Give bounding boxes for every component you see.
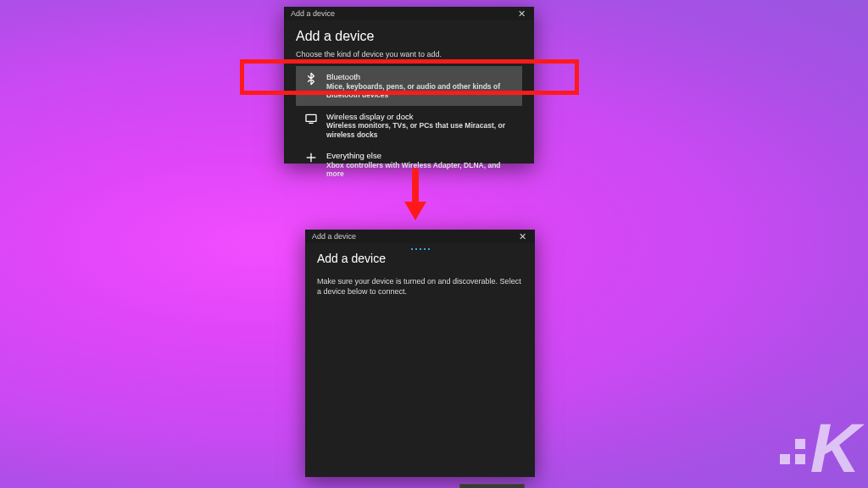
dialog-subheading: Choose the kind of device you want to ad… [296, 49, 522, 59]
wireless-display-icon [304, 112, 318, 125]
option-bluetooth[interactable]: Bluetooth Mice, keyboards, pens, or audi… [296, 66, 522, 106]
option-desc: Wireless monitors, TVs, or PCs that use … [326, 121, 514, 139]
loading-dots [411, 248, 430, 250]
watermark-logo: K [780, 413, 858, 483]
dialog-heading: Add a device [317, 252, 523, 265]
add-device-dialog-step1: Add a device ✕ Add a device Choose the k… [284, 7, 534, 164]
option-desc: Mice, keyboards, pens, or audio and othe… [326, 82, 514, 100]
bluetooth-icon [304, 72, 318, 86]
dialog-instructions: Make sure your device is turned on and d… [317, 276, 523, 297]
cancel-button[interactable]: Cancel [459, 484, 525, 488]
option-wireless-display[interactable]: Wireless display or dock Wireless monito… [296, 106, 522, 146]
plus-icon [304, 151, 318, 164]
watermark-letter: K [810, 413, 858, 483]
titlebar-text: Add a device [291, 9, 335, 18]
option-title: Everything else [326, 151, 514, 160]
titlebar-text: Add a device [312, 232, 356, 241]
svg-rect-0 [306, 114, 316, 121]
titlebar: Add a device ✕ [305, 230, 535, 243]
device-options-list: Bluetooth Mice, keyboards, pens, or audi… [296, 66, 522, 185]
option-everything-else[interactable]: Everything else Xbox controllers with Wi… [296, 145, 522, 185]
dialog-heading: Add a device [296, 29, 522, 44]
close-icon[interactable]: ✕ [515, 231, 530, 242]
option-desc: Xbox controllers with Wireless Adapter, … [326, 161, 514, 179]
option-title: Wireless display or dock [326, 112, 514, 121]
add-device-dialog-step2: Add a device ✕ Add a device Make sure yo… [305, 230, 535, 477]
option-title: Bluetooth [326, 72, 514, 81]
close-icon[interactable]: ✕ [515, 8, 529, 19]
titlebar: Add a device ✕ [284, 7, 534, 20]
